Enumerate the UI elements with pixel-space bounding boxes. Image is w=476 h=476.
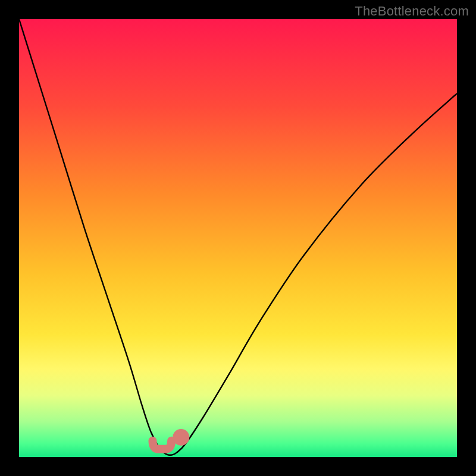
chart-svg xyxy=(19,19,457,457)
plot-area xyxy=(19,19,457,457)
watermark-text: TheBottleneck.com xyxy=(355,4,469,19)
bottleneck-curve xyxy=(19,19,457,455)
shoulder-marker xyxy=(177,433,185,441)
chart-frame: TheBottleneck.com xyxy=(0,0,476,476)
trough-marker xyxy=(152,441,171,449)
